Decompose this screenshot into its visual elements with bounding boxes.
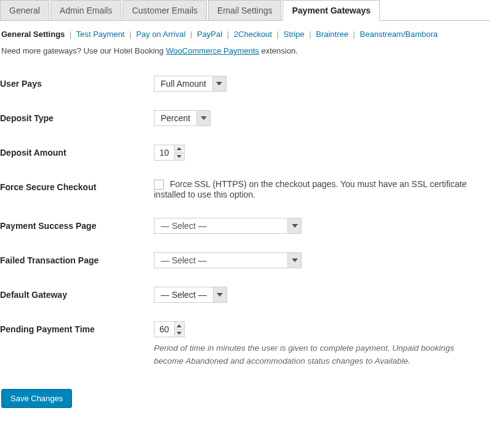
subtabs-nav: General Settings | Test Payment | Pay on… <box>0 21 490 44</box>
subtab-general-settings[interactable]: General Settings <box>1 30 65 39</box>
subtab-stripe[interactable]: Stripe <box>284 30 305 39</box>
label-force-secure: Force Secure Checkout <box>0 170 148 209</box>
chevron-down-icon <box>212 76 226 91</box>
subtab-braintree[interactable]: Braintree <box>316 30 348 39</box>
subtab-paypal[interactable]: PayPal <box>197 30 222 39</box>
subtab-test-payment[interactable]: Test Payment <box>76 30 125 39</box>
input-pending-time[interactable]: 60 <box>154 321 185 337</box>
chevron-down-icon <box>196 111 210 126</box>
label-user-pays: User Pays <box>0 66 148 101</box>
save-button[interactable]: Save Changes <box>1 389 72 408</box>
select-success-page[interactable]: — Select — <box>154 218 302 234</box>
tabs-nav: General Admin Emails Customer Emails Ema… <box>0 0 490 21</box>
chevron-down-icon <box>287 253 301 268</box>
subtab-2checkout[interactable]: 2Checkout <box>234 30 272 39</box>
tab-email-settings[interactable]: Email Settings <box>208 0 281 20</box>
subtab-pay-on-arrival[interactable]: Pay on Arrival <box>136 30 185 39</box>
label-pending-time: Pending Payment Time <box>0 312 148 377</box>
spinner-icon <box>174 145 184 160</box>
tab-admin-emails[interactable]: Admin Emails <box>50 0 122 20</box>
label-deposit-amount: Deposit Amount <box>0 135 148 170</box>
tab-customer-emails[interactable]: Customer Emails <box>122 0 207 20</box>
select-default-gateway[interactable]: — Select — <box>154 287 227 303</box>
subtab-beanstream[interactable]: Beanstream/Bambora <box>360 30 438 39</box>
chevron-down-icon <box>213 287 227 302</box>
chevron-down-icon <box>287 218 301 233</box>
label-default-gateway: Default Gateway <box>0 278 148 312</box>
label-deposit-type: Deposit Type <box>0 101 148 135</box>
gateways-notice: Need more gateways? Use our Hotel Bookin… <box>0 44 490 66</box>
tab-general[interactable]: General <box>0 0 49 20</box>
pending-time-description: Period of time in minutes the user is gi… <box>154 342 484 367</box>
input-deposit-amount[interactable]: 10 <box>154 145 185 161</box>
select-user-pays[interactable]: Full Amount <box>154 76 227 92</box>
woocommerce-payments-link[interactable]: WooCommerce Payments <box>166 46 259 55</box>
label-success-page: Payment Success Page <box>0 209 148 243</box>
select-deposit-type[interactable]: Percent <box>154 110 211 126</box>
tab-payment-gateways[interactable]: Payment Gateways <box>283 0 380 21</box>
checkbox-force-secure[interactable] <box>154 180 164 190</box>
select-failed-page[interactable]: — Select — <box>154 252 302 268</box>
label-failed-page: Failed Transaction Page <box>0 243 148 278</box>
checkbox-force-secure-label: Force SSL (HTTPS) on the checkout pages.… <box>154 179 467 199</box>
spinner-icon <box>174 322 184 337</box>
settings-form: User Pays Full Amount Deposit Type Perce… <box>0 66 490 377</box>
